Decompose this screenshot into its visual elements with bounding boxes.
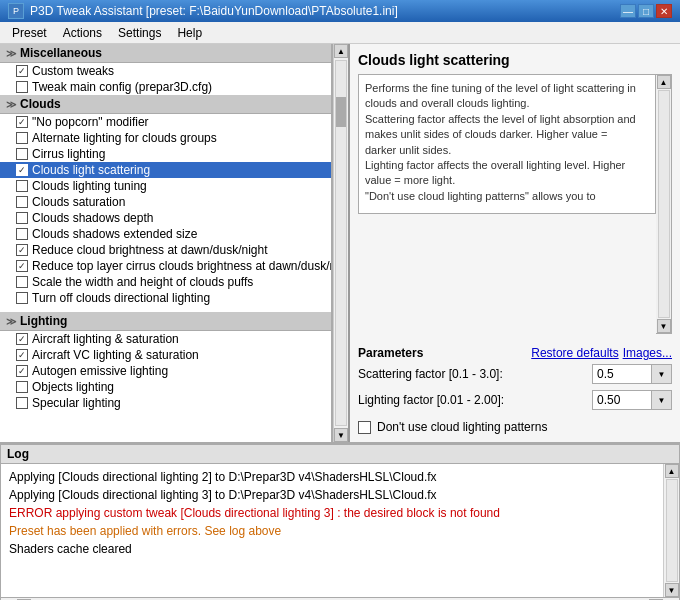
checkbox[interactable] xyxy=(16,244,28,256)
log-line-1: Applying [Clouds directional lighting 2]… xyxy=(9,468,671,486)
cloud-patterns-label: Don't use cloud lighting patterns xyxy=(377,420,547,434)
checkbox[interactable] xyxy=(16,212,28,224)
app-icon: P xyxy=(8,3,24,19)
scrollbar-down-arrow[interactable]: ▼ xyxy=(334,428,348,442)
checkbox[interactable] xyxy=(16,196,28,208)
left-panel: Miscellaneous Custom tweaks Tweak main c… xyxy=(0,44,333,442)
cloud-patterns-checkbox[interactable] xyxy=(358,421,371,434)
close-button[interactable]: ✕ xyxy=(656,4,672,18)
window-title: P3D Tweak Assistant [preset: F:\BaiduYun… xyxy=(30,4,398,18)
images-button[interactable]: Images... xyxy=(623,346,672,360)
checkbox[interactable] xyxy=(16,132,28,144)
description-box: Performs the fine tuning of the level of… xyxy=(358,74,656,214)
checkbox[interactable] xyxy=(16,180,28,192)
menu-help[interactable]: Help xyxy=(169,22,210,43)
checkbox[interactable] xyxy=(16,65,28,77)
tree-item[interactable]: Specular lighting xyxy=(0,395,331,411)
restore-defaults-button[interactable]: Restore defaults xyxy=(531,346,618,360)
param-label-lighting: Lighting factor [0.01 - 2.00]: xyxy=(358,393,592,407)
tree-item[interactable]: Cirrus lighting xyxy=(0,146,331,162)
tree-item[interactable]: Clouds lighting tuning xyxy=(0,178,331,194)
checkbox[interactable] xyxy=(16,365,28,377)
tree-item[interactable]: "No popcorn" modifier xyxy=(0,114,331,130)
desc-scroll-up[interactable]: ▲ xyxy=(657,75,671,89)
desc-scroll-down[interactable]: ▼ xyxy=(657,319,671,333)
section-miscellaneous: Miscellaneous xyxy=(0,44,331,63)
checkbox[interactable] xyxy=(16,81,28,93)
log-content: Applying [Clouds directional lighting 2]… xyxy=(0,463,680,598)
tree-item[interactable]: Aircraft VC lighting & saturation xyxy=(0,347,331,363)
checkbox[interactable] xyxy=(16,276,28,288)
checkbox[interactable] xyxy=(16,260,28,272)
params-title: Parameters xyxy=(358,346,423,360)
tree-item[interactable]: Scale the width and height of clouds puf… xyxy=(0,274,331,290)
checkbox[interactable] xyxy=(16,116,28,128)
tree-item[interactable]: Tweak main config (prepar3D.cfg) xyxy=(0,79,331,95)
checkbox[interactable] xyxy=(16,349,28,361)
tree-item[interactable]: Clouds shadows depth xyxy=(0,210,331,226)
checkbox[interactable] xyxy=(16,148,28,160)
lighting-dropdown[interactable]: ▼ xyxy=(652,390,672,410)
tree-item[interactable]: Turn off clouds directional lighting xyxy=(0,290,331,306)
param-row-lighting: Lighting factor [0.01 - 2.00]: ▼ xyxy=(358,390,672,410)
tree-item[interactable]: Aircraft lighting & saturation xyxy=(0,331,331,347)
log-section: Log Applying [Clouds directional lightin… xyxy=(0,444,680,600)
param-row-scattering: Scattering factor [0.1 - 3.0]: ▼ xyxy=(358,364,672,384)
scattering-dropdown[interactable]: ▼ xyxy=(652,364,672,384)
scattering-input[interactable] xyxy=(592,364,652,384)
scrollbar-up-arrow[interactable]: ▲ xyxy=(334,44,348,58)
log-line-2: Applying [Clouds directional lighting 3]… xyxy=(9,486,671,504)
checkbox[interactable] xyxy=(16,164,28,176)
section-clouds: Clouds xyxy=(0,95,331,114)
maximize-button[interactable]: □ xyxy=(638,4,654,18)
params-header: Parameters Restore defaults Images... xyxy=(358,346,672,360)
tree-item[interactable]: Objects lighting xyxy=(0,379,331,395)
log-header: Log xyxy=(0,444,680,463)
checkbox[interactable] xyxy=(16,397,28,409)
checkbox[interactable] xyxy=(16,292,28,304)
title-bar: P P3D Tweak Assistant [preset: F:\BaiduY… xyxy=(0,0,680,22)
tree-item[interactable]: Clouds shadows extended size xyxy=(0,226,331,242)
log-scroll-down[interactable]: ▼ xyxy=(665,583,679,597)
tree-item[interactable]: Clouds saturation xyxy=(0,194,331,210)
checkbox[interactable] xyxy=(16,333,28,345)
checkbox[interactable] xyxy=(16,381,28,393)
checkbox-row: Don't use cloud lighting patterns xyxy=(358,420,672,434)
lighting-input[interactable] xyxy=(592,390,652,410)
section-lighting: Lighting xyxy=(0,312,331,331)
param-label-scattering: Scattering factor [0.1 - 3.0]: xyxy=(358,367,592,381)
log-line-warning: Preset has been applied with errors. See… xyxy=(9,522,671,540)
tree-item-clouds-light-scattering[interactable]: Clouds light scattering xyxy=(0,162,331,178)
tree-item[interactable]: Autogen emissive lighting xyxy=(0,363,331,379)
log-scroll-up[interactable]: ▲ xyxy=(665,464,679,478)
menu-actions[interactable]: Actions xyxy=(55,22,110,43)
tree-item[interactable]: Alternate lighting for clouds groups xyxy=(0,130,331,146)
menu-bar: Preset Actions Settings Help xyxy=(0,22,680,44)
checkbox[interactable] xyxy=(16,228,28,240)
tree-container: Miscellaneous Custom tweaks Tweak main c… xyxy=(0,44,331,442)
tree-item[interactable]: Reduce cloud brightness at dawn/dusk/nig… xyxy=(0,242,331,258)
right-panel: Clouds light scattering Performs the fin… xyxy=(350,44,680,442)
right-panel-title: Clouds light scattering xyxy=(358,52,672,68)
minimize-button[interactable]: — xyxy=(620,4,636,18)
log-line-5: Shaders cache cleared xyxy=(9,540,671,558)
tree-item[interactable]: Custom tweaks xyxy=(0,63,331,79)
log-line-error: ERROR applying custom tweak [Clouds dire… xyxy=(9,504,671,522)
menu-preset[interactable]: Preset xyxy=(4,22,55,43)
main-content: Miscellaneous Custom tweaks Tweak main c… xyxy=(0,44,680,444)
tree-item[interactable]: Reduce top layer cirrus clouds brightnes… xyxy=(0,258,331,274)
menu-settings[interactable]: Settings xyxy=(110,22,169,43)
